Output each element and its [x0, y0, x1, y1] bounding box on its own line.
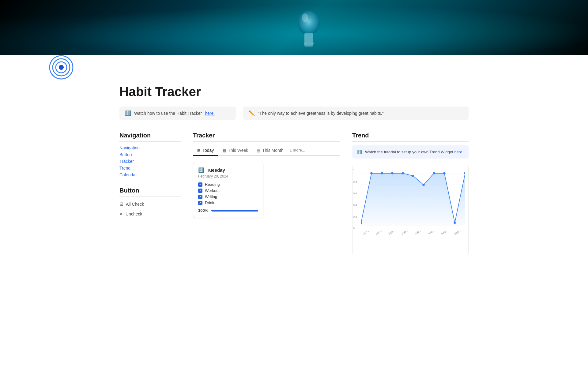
chart-dot-2: [381, 172, 383, 174]
page-icon: [49, 55, 74, 80]
svg-rect-1: [304, 33, 313, 42]
tab-month-label: This Month: [262, 148, 283, 153]
trend-info-text: Watch the tutorial to setup your own Tre…: [365, 150, 462, 154]
y-label-1: 1: [353, 169, 357, 172]
info-icon-right: ✏️: [249, 110, 255, 116]
chart-dot-5: [412, 175, 414, 177]
chart-dot-10: [464, 172, 465, 174]
y-axis-labels: 1 0.8 0.6 0.4 0.2 0: [353, 169, 357, 230]
info-link-left[interactable]: here.: [205, 111, 215, 116]
info-quote: "The only way to achieve greatness is by…: [258, 111, 384, 116]
tab-this-week[interactable]: ▦ This Week: [218, 145, 252, 156]
tracker-heading: Tracker: [193, 132, 340, 142]
nav-links: Navigation Button Tracker Trend Calendar: [119, 145, 181, 177]
all-check-label: All Check: [126, 202, 144, 207]
tab-month-icon: ▤: [257, 148, 260, 153]
trend-chart-svg: [361, 169, 465, 230]
info-icon-left: ℹ️: [125, 110, 131, 116]
navigation-section: Navigation Navigation Button Tracker Tre…: [119, 132, 181, 177]
tracker-section: Tracker ⊞ Today ▦ This Week ▤ This Month…: [193, 132, 340, 218]
main-grid: Navigation Navigation Button Tracker Tre…: [119, 132, 469, 255]
nav-link-trend[interactable]: Trend: [119, 166, 181, 170]
y-label-02: 0.2: [353, 215, 357, 218]
uncheck-button[interactable]: ✕ Uncheck: [119, 210, 181, 218]
habit-workout: Workout: [198, 188, 258, 193]
day-emoji: 2️⃣: [198, 167, 204, 173]
info-row: ℹ️ Watch how to use the Habit Tracker he…: [119, 107, 469, 120]
day-card: 2️⃣ Tuesday February 20, 2024 Reading Wo…: [193, 162, 263, 218]
tracker-tabs: ⊞ Today ▦ This Week ▤ This Month 1 more.…: [193, 145, 340, 156]
tab-week-icon: ▦: [222, 148, 226, 153]
nav-link-button[interactable]: Button: [119, 152, 181, 157]
trend-chart: 1 0.8 0.6 0.4 0.2 0: [352, 165, 469, 255]
nav-link-navigation[interactable]: Navigation: [119, 145, 181, 150]
day-card-title: 2️⃣ Tuesday: [198, 167, 258, 173]
trend-info-box: ℹ️ Watch the tutorial to setup your own …: [352, 145, 469, 159]
chart-dot-6: [422, 184, 425, 186]
trend-info-link[interactable]: here: [454, 150, 462, 154]
nav-link-calendar[interactable]: Calendar: [119, 172, 181, 177]
habit-workout-checkbox[interactable]: [198, 189, 202, 193]
trend-heading: Trend: [352, 132, 469, 142]
progress-bar-background: [211, 210, 258, 212]
progress-row: 100%: [198, 208, 258, 213]
y-label-0: 0: [353, 227, 357, 230]
habit-writing-label: Writing: [205, 194, 217, 199]
bulb-svg: [293, 6, 324, 61]
day-name: Tuesday: [207, 167, 225, 173]
svg-point-4: [302, 13, 308, 22]
tab-week-label: This Week: [228, 148, 248, 153]
habit-drink-checkbox[interactable]: [198, 201, 202, 205]
day-date: February 20, 2024: [198, 174, 258, 178]
y-label-08: 0.8: [353, 180, 357, 183]
habit-workout-label: Workout: [205, 188, 220, 193]
habit-drink-label: Drink: [205, 200, 214, 205]
left-column: Navigation Navigation Button Tracker Tre…: [119, 132, 181, 218]
target-icon: [49, 55, 74, 80]
svg-point-0: [298, 11, 320, 35]
progress-label: 100%: [198, 208, 208, 213]
button-items: ☑ All Check ✕ Uncheck: [119, 200, 181, 218]
chart-dot-3: [391, 172, 394, 174]
tab-today-icon: ⊞: [197, 148, 201, 153]
tab-today-label: Today: [202, 148, 214, 153]
y-label-04: 0.4: [353, 204, 357, 207]
habit-drink: Drink: [198, 200, 258, 205]
nav-link-tracker[interactable]: Tracker: [119, 159, 181, 164]
info-box-left: ℹ️ Watch how to use the Habit Tracker he…: [119, 107, 236, 120]
svg-rect-3: [304, 45, 313, 47]
chart-dot-4: [401, 172, 404, 174]
habit-reading-label: Reading: [205, 182, 220, 187]
all-check-icon: ☑: [119, 202, 123, 207]
svg-point-8: [59, 65, 64, 70]
more-tabs-button[interactable]: 1 more...: [288, 145, 307, 155]
progress-bar-fill: [211, 210, 258, 212]
page-title: Habit Tracker: [119, 84, 469, 99]
button-heading: Button: [119, 187, 181, 197]
habit-reading: Reading: [198, 182, 258, 187]
all-check-button[interactable]: ☑ All Check: [119, 200, 181, 208]
button-section: Button ☑ All Check ✕ Uncheck: [119, 187, 181, 218]
chart-dot-7: [433, 172, 435, 174]
chart-dot-8: [443, 172, 446, 174]
trend-section: Trend ℹ️ Watch the tutorial to setup you…: [352, 132, 469, 255]
navigation-heading: Navigation: [119, 132, 181, 142]
tab-this-month[interactable]: ▤ This Month: [252, 145, 288, 156]
svg-rect-2: [304, 42, 314, 45]
info-box-right: ✏️ "The only way to achieve greatness is…: [243, 107, 469, 120]
habit-reading-checkbox[interactable]: [198, 182, 202, 187]
chart-dot-1: [370, 172, 373, 174]
uncheck-icon: ✕: [119, 212, 123, 216]
habit-writing: Writing: [198, 194, 258, 199]
y-label-06: 0.6: [353, 192, 357, 195]
tab-today[interactable]: ⊞ Today: [193, 145, 218, 156]
uncheck-label: Uncheck: [126, 212, 142, 216]
habit-writing-checkbox[interactable]: [198, 195, 202, 199]
info-text-left: Watch how to use the Habit Tracker: [134, 111, 202, 116]
chart-dot-9: [454, 222, 456, 224]
trend-info-icon: ℹ️: [357, 150, 362, 154]
